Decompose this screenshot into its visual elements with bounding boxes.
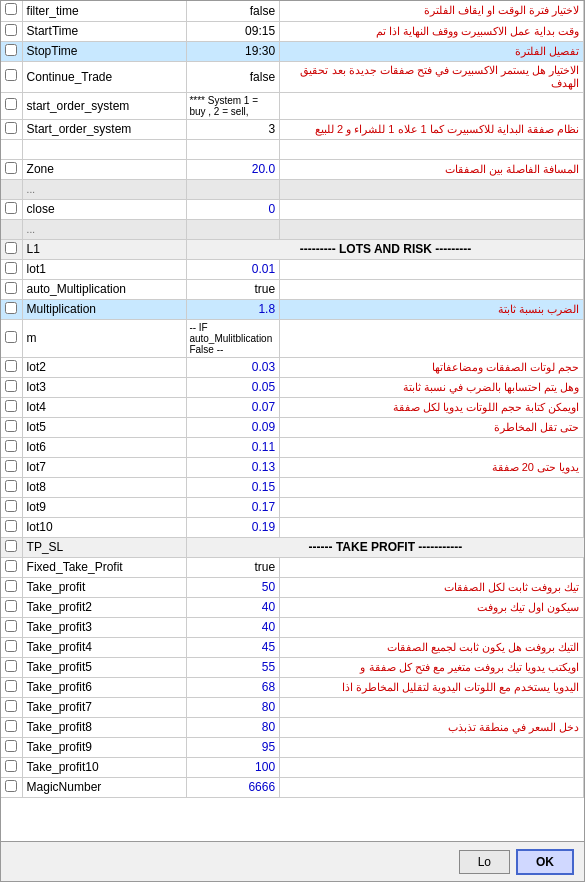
continue-trade-checkbox[interactable] (5, 69, 17, 81)
take-profit9-label: Take_profit9 (22, 737, 187, 757)
take-profit10-label: Take_profit10 (22, 757, 187, 777)
lot6-checkbox[interactable] (5, 440, 17, 452)
stop-time-checkbox[interactable] (5, 44, 17, 56)
start-order-system2-label: Start_order_system (22, 119, 187, 139)
m-checkbox[interactable] (5, 331, 17, 343)
tp-sl-label: TP_SL (22, 537, 187, 557)
ok-button[interactable]: OK (516, 849, 574, 875)
table-row: Take_profit5 55 اويكتب يدويا تيك بروفت م… (1, 657, 584, 677)
tp-sl-checkbox[interactable] (5, 540, 17, 552)
take-profit8-checkbox[interactable] (5, 720, 17, 732)
lot7-comment: يدويا حتى 20 صفقة (280, 457, 584, 477)
tp-sl-value: ------ TAKE PROFIT ----------- (187, 537, 584, 557)
lot4-value: 0.07 (187, 397, 280, 417)
lot8-checkbox[interactable] (5, 480, 17, 492)
fixed-tp-checkbox[interactable] (5, 560, 17, 572)
start-order-system-value: **** System 1 = buy , 2 = sell, (187, 92, 280, 119)
multiplication-checkbox[interactable] (5, 302, 17, 314)
table-row: Take_profit6 68 اليدويا يستخدم مع اللوتا… (1, 677, 584, 697)
lot2-checkbox[interactable] (5, 360, 17, 372)
take-profit9-comment (280, 737, 584, 757)
zone-checkbox[interactable] (5, 162, 17, 174)
start-time-comment: وقت بداية عمل الاكسبيرت ووقف النهاية اذا… (280, 21, 584, 41)
lot5-value: 0.09 (187, 417, 280, 437)
table-row: lot2 0.03 حجم لوتات الصفقات ومضاعفاتها (1, 357, 584, 377)
table-row: MagicNumber 6666 (1, 777, 584, 797)
lot4-label: lot4 (22, 397, 187, 417)
close-checkbox[interactable] (5, 202, 17, 214)
take-profit10-checkbox[interactable] (5, 760, 17, 772)
take-profit-value: 50 (187, 577, 280, 597)
lot6-value: 0.11 (187, 437, 280, 457)
lot10-value: 0.19 (187, 517, 280, 537)
lot4-comment: اويمكن كتابة حجم اللوتات يدويا لكل صفقة (280, 397, 584, 417)
table-row: Start_order_system 3 نظام صفقة البداية ل… (1, 119, 584, 139)
take-profit9-checkbox[interactable] (5, 740, 17, 752)
take-profit7-label: Take_profit7 (22, 697, 187, 717)
table-row: filter_time false لاختيار فترة الوقت او … (1, 1, 584, 21)
take-profit8-comment: دخل السعر في منطقة تذبذب (280, 717, 584, 737)
lot10-checkbox[interactable] (5, 520, 17, 532)
take-profit-label: Take_profit (22, 577, 187, 597)
lot10-label: lot10 (22, 517, 187, 537)
start-order-system2-value: 3 (187, 119, 280, 139)
take-profit2-checkbox[interactable] (5, 600, 17, 612)
filter-time-value: false (187, 1, 280, 21)
filter-time-checkbox[interactable] (5, 3, 17, 15)
lot1-comment (280, 259, 584, 279)
table-row: Take_profit8 80 دخل السعر في منطقة تذبذب (1, 717, 584, 737)
stop-time-label: StopTime (22, 41, 187, 61)
settings-table: filter_time false لاختيار فترة الوقت او … (1, 1, 584, 798)
auto-mult-label: auto_Multiplication (22, 279, 187, 299)
take-profit6-checkbox[interactable] (5, 680, 17, 692)
start-time-checkbox[interactable] (5, 24, 17, 36)
start-order-system2-checkbox[interactable] (5, 122, 17, 134)
lot7-checkbox[interactable] (5, 460, 17, 472)
lot9-value: 0.17 (187, 497, 280, 517)
auto-mult-value: true (187, 279, 280, 299)
take-profit-checkbox[interactable] (5, 580, 17, 592)
take-profit5-checkbox[interactable] (5, 660, 17, 672)
lot1-value: 0.01 (187, 259, 280, 279)
start-time-value: 09:15 (187, 21, 280, 41)
table-row: lot3 0.05 وهل يتم احتسابها بالضرب في نسب… (1, 377, 584, 397)
m-value: -- IF auto_Mulitblication False -- (187, 319, 280, 357)
lot3-checkbox[interactable] (5, 380, 17, 392)
lot1-checkbox[interactable] (5, 262, 17, 274)
take-profit7-checkbox[interactable] (5, 700, 17, 712)
continue-trade-label: Continue_Trade (22, 61, 187, 92)
take-profit3-checkbox[interactable] (5, 620, 17, 632)
take-profit5-value: 55 (187, 657, 280, 677)
spacer-row3: ... (1, 219, 584, 239)
take-profit5-comment: اويكتب يدويا تيك بروفت متغير مع فتح كل ص… (280, 657, 584, 677)
table-row: start_order_system **** System 1 = buy ,… (1, 92, 584, 119)
auto-mult-checkbox[interactable] (5, 282, 17, 294)
lo-button[interactable]: Lo (459, 850, 510, 874)
take-profit3-value: 40 (187, 617, 280, 637)
take-profit4-checkbox[interactable] (5, 640, 17, 652)
magic-number-label: MagicNumber (22, 777, 187, 797)
stop-time-comment: تفصيل الفلترة (280, 41, 584, 61)
take-profit-header: TP_SL ------ TAKE PROFIT ----------- (1, 537, 584, 557)
lot7-value: 0.13 (187, 457, 280, 477)
table-row: close 0 (1, 199, 584, 219)
m-label: m (22, 319, 187, 357)
lot8-value: 0.15 (187, 477, 280, 497)
start-order-system-checkbox[interactable] (5, 98, 17, 110)
take-profit5-label: Take_profit5 (22, 657, 187, 677)
take-profit10-value: 100 (187, 757, 280, 777)
lot4-checkbox[interactable] (5, 400, 17, 412)
lot9-checkbox[interactable] (5, 500, 17, 512)
table-row: Take_profit7 80 (1, 697, 584, 717)
fixed-tp-label: Fixed_Take_Profit (22, 557, 187, 577)
start-order-system2-comment: نظام صفقة البداية للاكسبيرت كما 1 علاه 1… (280, 119, 584, 139)
l1-label: L1 (22, 239, 187, 259)
m-comment (280, 319, 584, 357)
l1-checkbox[interactable] (5, 242, 17, 254)
lot5-checkbox[interactable] (5, 420, 17, 432)
take-profit7-comment (280, 697, 584, 717)
magic-number-checkbox[interactable] (5, 780, 17, 792)
fixed-tp-value: true (187, 557, 280, 577)
lot8-comment (280, 477, 584, 497)
lot9-comment (280, 497, 584, 517)
